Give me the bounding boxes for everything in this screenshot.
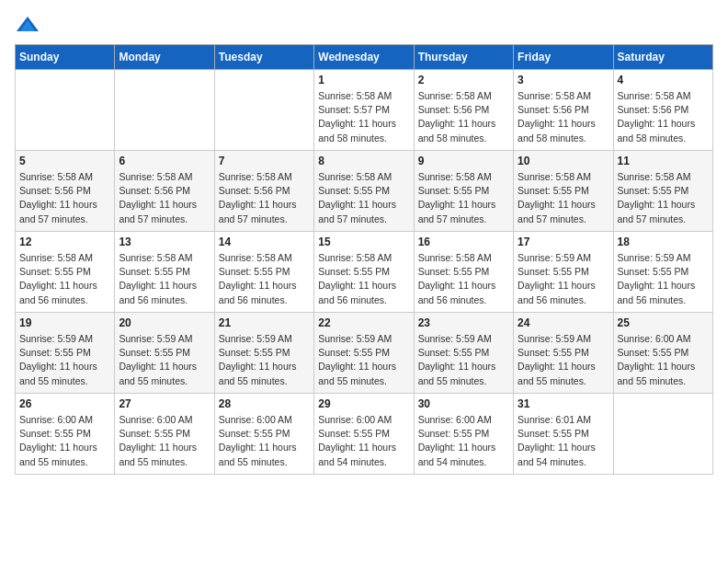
day-info: Sunrise: 5:59 AMSunset: 5:55 PMDaylight:… <box>518 251 609 307</box>
day-info: Sunrise: 5:58 AMSunset: 5:55 PMDaylight:… <box>119 251 210 307</box>
day-info: Sunrise: 5:58 AMSunset: 5:55 PMDaylight:… <box>418 170 509 226</box>
day-info: Sunrise: 5:58 AMSunset: 5:56 PMDaylight:… <box>219 170 310 226</box>
weekday-header: Tuesday <box>214 45 313 70</box>
calendar-cell: 14Sunrise: 5:58 AMSunset: 5:55 PMDayligh… <box>214 232 313 313</box>
calendar-cell: 24Sunrise: 5:59 AMSunset: 5:55 PMDayligh… <box>514 313 613 394</box>
calendar-week-row: 12Sunrise: 5:58 AMSunset: 5:55 PMDayligh… <box>16 232 713 313</box>
day-number: 29 <box>318 397 409 410</box>
day-number: 3 <box>518 74 609 86</box>
calendar-cell <box>214 70 313 151</box>
weekday-header: Wednesday <box>314 45 414 70</box>
day-number: 13 <box>119 236 210 248</box>
day-info: Sunrise: 5:58 AMSunset: 5:57 PMDaylight:… <box>318 89 409 145</box>
calendar-table: SundayMondayTuesdayWednesdayThursdayFrid… <box>15 44 713 475</box>
day-number: 30 <box>418 397 509 410</box>
calendar-cell: 28Sunrise: 6:00 AMSunset: 5:55 PMDayligh… <box>214 394 313 475</box>
day-number: 22 <box>318 316 409 329</box>
calendar-cell <box>613 394 712 475</box>
calendar-cell: 13Sunrise: 5:58 AMSunset: 5:55 PMDayligh… <box>115 232 214 313</box>
calendar-cell: 23Sunrise: 5:59 AMSunset: 5:55 PMDayligh… <box>414 313 513 394</box>
day-number: 23 <box>418 316 509 329</box>
calendar-cell: 31Sunrise: 6:01 AMSunset: 5:55 PMDayligh… <box>514 394 613 475</box>
page-header <box>15 15 713 33</box>
day-info: Sunrise: 6:00 AMSunset: 5:55 PMDaylight:… <box>19 413 110 469</box>
calendar-cell <box>115 70 214 151</box>
calendar-cell: 5Sunrise: 5:58 AMSunset: 5:56 PMDaylight… <box>16 151 115 232</box>
day-info: Sunrise: 5:59 AMSunset: 5:55 PMDaylight:… <box>19 332 110 388</box>
day-info: Sunrise: 5:58 AMSunset: 5:55 PMDaylight:… <box>418 251 509 307</box>
day-number: 5 <box>19 155 110 167</box>
day-number: 1 <box>318 74 409 86</box>
day-info: Sunrise: 5:58 AMSunset: 5:55 PMDaylight:… <box>19 251 110 307</box>
calendar-cell: 7Sunrise: 5:58 AMSunset: 5:56 PMDaylight… <box>214 151 313 232</box>
calendar-cell: 17Sunrise: 5:59 AMSunset: 5:55 PMDayligh… <box>514 232 613 313</box>
calendar-cell: 3Sunrise: 5:58 AMSunset: 5:56 PMDaylight… <box>514 70 613 151</box>
day-number: 26 <box>19 397 110 410</box>
weekday-header: Sunday <box>16 45 115 70</box>
day-number: 24 <box>518 316 609 329</box>
day-info: Sunrise: 5:59 AMSunset: 5:55 PMDaylight:… <box>318 332 409 388</box>
weekday-header: Saturday <box>613 45 712 70</box>
day-number: 31 <box>518 397 609 410</box>
day-number: 14 <box>219 236 310 248</box>
weekday-header: Thursday <box>414 45 513 70</box>
day-info: Sunrise: 5:58 AMSunset: 5:56 PMDaylight:… <box>418 89 509 145</box>
day-number: 9 <box>418 155 509 167</box>
day-number: 28 <box>219 397 310 410</box>
day-info: Sunrise: 6:00 AMSunset: 5:55 PMDaylight:… <box>418 413 509 469</box>
logo <box>15 15 44 33</box>
calendar-cell: 12Sunrise: 5:58 AMSunset: 5:55 PMDayligh… <box>16 232 115 313</box>
calendar-week-row: 5Sunrise: 5:58 AMSunset: 5:56 PMDaylight… <box>16 151 713 232</box>
day-info: Sunrise: 5:58 AMSunset: 5:55 PMDaylight:… <box>318 251 409 307</box>
day-number: 21 <box>219 316 310 329</box>
day-info: Sunrise: 6:00 AMSunset: 5:55 PMDaylight:… <box>618 332 709 388</box>
day-info: Sunrise: 5:59 AMSunset: 5:55 PMDaylight:… <box>418 332 509 388</box>
day-number: 15 <box>318 236 409 248</box>
day-info: Sunrise: 6:00 AMSunset: 5:55 PMDaylight:… <box>318 413 409 469</box>
day-number: 10 <box>518 155 609 167</box>
weekday-header: Monday <box>115 45 214 70</box>
day-info: Sunrise: 6:01 AMSunset: 5:55 PMDaylight:… <box>518 413 609 469</box>
calendar-cell <box>16 70 115 151</box>
calendar-cell: 4Sunrise: 5:58 AMSunset: 5:56 PMDaylight… <box>613 70 712 151</box>
day-info: Sunrise: 5:58 AMSunset: 5:55 PMDaylight:… <box>518 170 609 226</box>
day-info: Sunrise: 5:58 AMSunset: 5:56 PMDaylight:… <box>618 89 709 145</box>
calendar-cell: 1Sunrise: 5:58 AMSunset: 5:57 PMDaylight… <box>314 70 414 151</box>
calendar-cell: 15Sunrise: 5:58 AMSunset: 5:55 PMDayligh… <box>314 232 414 313</box>
day-info: Sunrise: 6:00 AMSunset: 5:55 PMDaylight:… <box>119 413 210 469</box>
calendar-cell: 22Sunrise: 5:59 AMSunset: 5:55 PMDayligh… <box>314 313 414 394</box>
day-number: 25 <box>618 316 709 329</box>
calendar-cell: 19Sunrise: 5:59 AMSunset: 5:55 PMDayligh… <box>16 313 115 394</box>
day-number: 16 <box>418 236 509 248</box>
weekday-header: Friday <box>514 45 613 70</box>
day-info: Sunrise: 5:58 AMSunset: 5:55 PMDaylight:… <box>219 251 310 307</box>
day-info: Sunrise: 5:59 AMSunset: 5:55 PMDaylight:… <box>618 251 709 307</box>
day-info: Sunrise: 5:59 AMSunset: 5:55 PMDaylight:… <box>119 332 210 388</box>
calendar-week-row: 1Sunrise: 5:58 AMSunset: 5:57 PMDaylight… <box>16 70 713 151</box>
calendar-cell: 20Sunrise: 5:59 AMSunset: 5:55 PMDayligh… <box>115 313 214 394</box>
day-number: 11 <box>618 155 709 167</box>
calendar-cell: 9Sunrise: 5:58 AMSunset: 5:55 PMDaylight… <box>414 151 513 232</box>
calendar-cell: 11Sunrise: 5:58 AMSunset: 5:55 PMDayligh… <box>613 151 712 232</box>
day-info: Sunrise: 5:59 AMSunset: 5:55 PMDaylight:… <box>518 332 609 388</box>
calendar-cell: 29Sunrise: 6:00 AMSunset: 5:55 PMDayligh… <box>314 394 414 475</box>
day-number: 19 <box>19 316 110 329</box>
day-number: 2 <box>418 74 509 86</box>
calendar-cell: 10Sunrise: 5:58 AMSunset: 5:55 PMDayligh… <box>514 151 613 232</box>
day-info: Sunrise: 5:58 AMSunset: 5:56 PMDaylight:… <box>518 89 609 145</box>
calendar-cell: 8Sunrise: 5:58 AMSunset: 5:55 PMDaylight… <box>314 151 414 232</box>
day-number: 20 <box>119 316 210 329</box>
calendar-cell: 25Sunrise: 6:00 AMSunset: 5:55 PMDayligh… <box>613 313 712 394</box>
day-info: Sunrise: 5:58 AMSunset: 5:56 PMDaylight:… <box>119 170 210 226</box>
day-number: 27 <box>119 397 210 410</box>
calendar-header-row: SundayMondayTuesdayWednesdayThursdayFrid… <box>16 45 713 70</box>
day-info: Sunrise: 5:58 AMSunset: 5:55 PMDaylight:… <box>618 170 709 226</box>
day-info: Sunrise: 6:00 AMSunset: 5:55 PMDaylight:… <box>219 413 310 469</box>
calendar-week-row: 19Sunrise: 5:59 AMSunset: 5:55 PMDayligh… <box>16 313 713 394</box>
calendar-cell: 26Sunrise: 6:00 AMSunset: 5:55 PMDayligh… <box>16 394 115 475</box>
calendar-cell: 6Sunrise: 5:58 AMSunset: 5:56 PMDaylight… <box>115 151 214 232</box>
calendar-cell: 2Sunrise: 5:58 AMSunset: 5:56 PMDaylight… <box>414 70 513 151</box>
day-number: 6 <box>119 155 210 167</box>
logo-icon <box>15 15 40 33</box>
calendar-cell: 27Sunrise: 6:00 AMSunset: 5:55 PMDayligh… <box>115 394 214 475</box>
